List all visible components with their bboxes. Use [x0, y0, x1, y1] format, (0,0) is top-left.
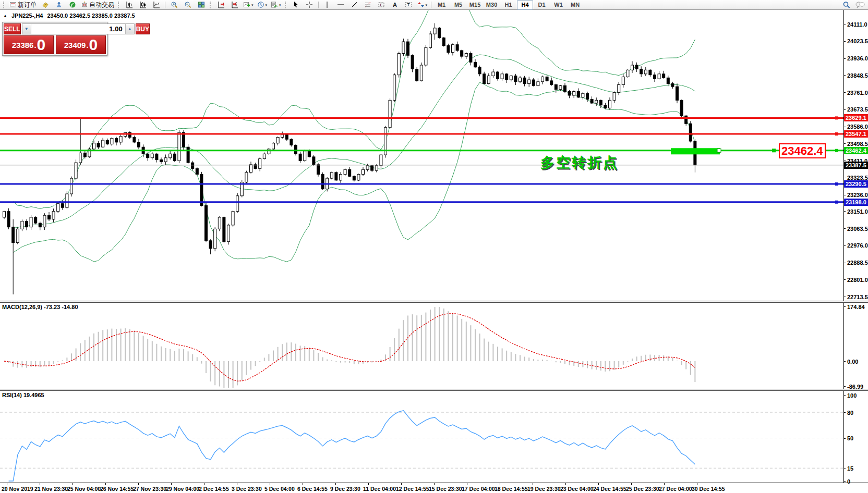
axis-tick: 23848.5: [843, 72, 868, 79]
fibonacci-icon: [364, 1, 371, 8]
price-callout[interactable]: 23462.4: [779, 143, 826, 158]
price-axis[interactable]: 24111.024023.523936.023848.523761.023673…: [843, 10, 868, 483]
channel-button[interactable]: F: [375, 0, 388, 10]
text-tool-button[interactable]: A: [389, 0, 402, 10]
timeframe-button-mn[interactable]: MN: [567, 0, 583, 10]
tile-windows-button[interactable]: [195, 0, 208, 10]
horizontal-line-button[interactable]: [334, 0, 347, 10]
new-order-button[interactable]: 新订单: [8, 0, 38, 10]
zoom-out-button[interactable]: [181, 0, 194, 10]
candlestick-chart-button[interactable]: [136, 0, 149, 10]
axis-tick: 22976.0: [843, 242, 868, 249]
line-price-label: 23290.5: [844, 180, 868, 188]
sell-price-pip: 0: [37, 37, 46, 53]
axis-tick: 23236.0: [843, 192, 868, 199]
arrows-button[interactable]: ▾: [416, 0, 429, 10]
toolbar-grip[interactable]: [210, 2, 212, 8]
arrows-icon: [417, 1, 425, 8]
time-tick: [40, 483, 40, 485]
time-tick: [171, 483, 172, 485]
pane-splitter[interactable]: [0, 301, 868, 303]
market-button[interactable]: [52, 0, 65, 10]
time-tick: [533, 483, 533, 485]
crosshair-button[interactable]: [303, 0, 316, 10]
timeframe-button-m15[interactable]: M15: [467, 0, 483, 10]
fibonacci-button[interactable]: [361, 0, 375, 10]
axis-tick: -86.99: [843, 383, 863, 390]
rsi-canvas[interactable]: [0, 391, 843, 483]
signals-button[interactable]: [66, 0, 79, 10]
toolbar-grip[interactable]: [285, 2, 287, 8]
symbol-timeframe: JPN225-,H4: [11, 13, 43, 19]
timeframe-button-d1[interactable]: D1: [534, 0, 550, 10]
volume-decrease-button[interactable]: ▼: [22, 24, 31, 34]
collapse-panel-icon[interactable]: ▲: [3, 14, 7, 18]
time-axis[interactable]: 20 Nov 201921 Nov 23:3025 Nov 04:0026 No…: [0, 483, 868, 493]
time-tick: [303, 483, 303, 485]
time-tick: [697, 483, 697, 485]
periods-button[interactable]: ▾: [256, 0, 269, 10]
buy-price-dot: .: [86, 41, 88, 50]
timeframe-button-m1[interactable]: M1: [433, 0, 450, 10]
timeframe-button-h4[interactable]: H4: [517, 0, 533, 10]
time-tick: [434, 483, 435, 485]
time-axis-label: 17 Dec 04:00: [462, 486, 495, 492]
chevron-down-icon: ▾: [251, 3, 254, 7]
volume-input[interactable]: [31, 24, 125, 34]
vertical-line-button[interactable]: [321, 0, 334, 10]
sell-button[interactable]: SELL: [4, 23, 21, 34]
indicators-button[interactable]: ▾: [242, 0, 255, 10]
auto-scroll-button[interactable]: [214, 0, 227, 10]
buy-price-button[interactable]: 23409.0: [56, 35, 106, 54]
time-tick: [270, 483, 270, 485]
chart-profile-button[interactable]: [39, 0, 52, 10]
axis-tick: 50: [843, 435, 853, 442]
axis-tick: 24111.0: [843, 21, 867, 28]
text-label-button[interactable]: T: [402, 0, 415, 10]
cursor-button[interactable]: [290, 0, 303, 10]
axis-tick: 22801.0: [843, 276, 868, 283]
chart-shift-icon: [231, 1, 238, 8]
time-tick: [204, 483, 204, 485]
line-chart-icon: [153, 1, 160, 8]
timeframe-button-m5[interactable]: M5: [450, 0, 466, 10]
clock-icon: [257, 1, 264, 8]
axis-tick: 23151.0: [843, 208, 868, 215]
axis-tick: 23673.5: [843, 106, 868, 113]
timeframe-button-m30[interactable]: M30: [484, 0, 500, 10]
axis-tick: 23498.5: [843, 140, 868, 147]
volume-increase-button[interactable]: ▲: [125, 24, 134, 34]
bar-chart-button[interactable]: [123, 0, 136, 10]
price-chart-canvas[interactable]: [0, 10, 843, 301]
line-chart-button[interactable]: [150, 0, 163, 10]
chart-shift-button[interactable]: [228, 0, 241, 10]
axis-tick: 22888.5: [843, 260, 868, 266]
cursor-icon: [292, 1, 299, 8]
pane-splitter[interactable]: [0, 389, 868, 391]
axis-tick: 174.84: [843, 303, 865, 310]
annotation-text[interactable]: 多空转折点: [540, 153, 619, 172]
templates-button[interactable]: ▾: [269, 0, 283, 10]
time-axis-label: 2 Dec 14:55: [199, 486, 229, 492]
community-chat-button[interactable]: [853, 0, 866, 10]
sell-price-main: 23386: [12, 41, 34, 50]
toolbar-grip[interactable]: [3, 2, 6, 8]
time-tick: [401, 483, 402, 485]
axis-tick: 0: [843, 478, 850, 485]
time-tick: [105, 483, 106, 485]
toolbar-grip[interactable]: [118, 2, 120, 8]
ohlc-summary: 23450.0 23462.5 23385.0 23387.5: [47, 13, 135, 19]
axis-tick: 100: [843, 392, 857, 399]
trendline-button[interactable]: [348, 0, 361, 10]
search-button[interactable]: [840, 0, 853, 10]
buy-price-main: 23409: [64, 41, 86, 50]
sell-price-button[interactable]: 23386.0: [4, 35, 54, 54]
time-tick: [138, 483, 139, 485]
timeframe-button-w1[interactable]: W1: [550, 0, 566, 10]
buy-button[interactable]: BUY: [136, 23, 150, 34]
timeframe-button-h1[interactable]: H1: [500, 0, 516, 10]
autotrading-button[interactable]: 自动交易: [79, 0, 116, 10]
zoom-in-button[interactable]: [167, 0, 180, 10]
indicators-icon: [243, 1, 250, 8]
macd-canvas[interactable]: [0, 303, 843, 389]
